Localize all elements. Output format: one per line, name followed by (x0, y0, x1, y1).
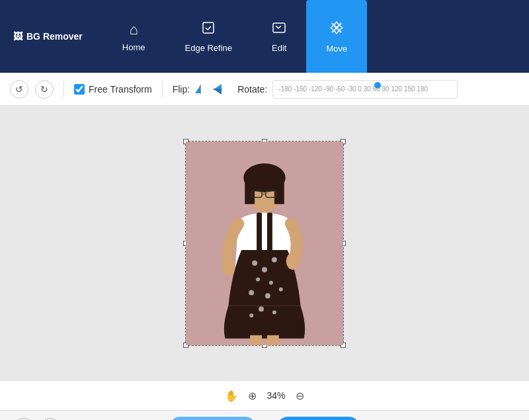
rotate-label: Rotate: (237, 84, 267, 95)
svg-point-29 (286, 252, 300, 269)
free-transform-container: Free Transform (74, 84, 152, 95)
svg-point-26 (272, 310, 276, 314)
new-image-button[interactable]: New Image (169, 417, 257, 420)
svg-point-17 (252, 260, 257, 265)
zoom-in-button[interactable]: ⊕ (248, 390, 257, 402)
zoom-in-icon: ⊕ (248, 390, 257, 401)
zoom-out-icon: ⊖ (296, 390, 304, 401)
app-title-text: BG Remover (26, 31, 83, 42)
svg-point-21 (269, 280, 273, 284)
flip-section: Flip: (173, 83, 224, 96)
bottom-toolbar: ✋ ⊕ 34% ⊖ (0, 380, 529, 410)
tab-move[interactable]: Move (306, 0, 367, 73)
divider-1 (63, 81, 64, 97)
svg-point-28 (222, 259, 235, 276)
zoom-out-button[interactable]: ⊖ (296, 390, 304, 402)
zoom-level: 34% (266, 390, 285, 401)
rotate-scale-marks: -180 -150 -120 -90 -60 -30 0 30 60 90 12… (278, 85, 428, 93)
tab-move-label: Move (326, 44, 347, 54)
flip-label: Flip: (173, 84, 190, 95)
flip-horizontal-button[interactable] (194, 83, 207, 96)
app-icon: 🖼 (13, 31, 22, 42)
person-svg (186, 142, 343, 345)
image-content (186, 142, 343, 345)
home-icon: ⌂ (130, 21, 138, 38)
svg-rect-31 (267, 335, 279, 345)
flip-horizontal-icon (194, 83, 207, 96)
tab-edge-refine-label: Edge Refine (185, 43, 233, 53)
free-transform-label: Free Transform (89, 84, 152, 95)
flip-vertical-icon (211, 83, 224, 96)
download-arrow (456, 417, 489, 420)
tab-edit-label: Edit (272, 43, 286, 53)
svg-point-18 (262, 267, 267, 272)
edit-icon (272, 21, 286, 39)
footer: ‹ › New Image Download (0, 410, 529, 420)
svg-rect-16 (267, 212, 272, 252)
arrow-icon (456, 417, 489, 420)
download-button[interactable]: Download (276, 417, 360, 420)
svg-point-19 (272, 257, 277, 262)
hand-icon: ✋ (225, 390, 238, 401)
flip-vertical-button[interactable] (211, 83, 224, 96)
svg-point-23 (265, 293, 270, 298)
divider-2 (162, 81, 163, 97)
header: 🖼 BG Remover ⌂ Home Edge Refine (0, 0, 529, 73)
undo-icon: ↺ (15, 84, 23, 95)
move-icon (329, 20, 345, 40)
free-transform-checkbox[interactable] (74, 84, 85, 95)
rotate-section: Rotate: -180 -150 -120 -90 -60 -30 0 30 … (237, 80, 458, 99)
tab-edit[interactable]: Edit (252, 0, 306, 73)
hand-tool-button[interactable]: ✋ (225, 390, 238, 402)
rotate-indicator (374, 82, 381, 89)
tab-home[interactable]: ⌂ Home (102, 0, 165, 73)
svg-point-20 (256, 277, 260, 281)
toolbar: ↺ ↻ Free Transform Flip: Rotate: -180 (0, 73, 529, 106)
svg-marker-5 (214, 89, 222, 95)
svg-rect-30 (250, 335, 262, 345)
svg-point-24 (279, 287, 283, 291)
svg-marker-2 (195, 85, 200, 93)
nav-tabs: ⌂ Home Edge Refine Edit (102, 0, 367, 73)
image-frame[interactable] (185, 141, 344, 346)
svg-point-22 (249, 290, 254, 295)
redo-icon: ↻ (40, 84, 48, 95)
redo-button[interactable]: ↻ (35, 80, 54, 99)
svg-point-25 (259, 306, 264, 312)
svg-rect-0 (203, 22, 214, 33)
canvas-area (0, 106, 529, 380)
tab-edge-refine[interactable]: Edge Refine (165, 0, 253, 73)
svg-marker-4 (214, 84, 222, 89)
undo-button[interactable]: ↺ (10, 80, 28, 99)
rotate-scale[interactable]: -180 -150 -120 -90 -60 -30 0 30 60 90 12… (272, 80, 458, 99)
svg-point-27 (249, 314, 253, 317)
app-title: 🖼 BG Remover (13, 31, 83, 42)
svg-rect-15 (257, 212, 262, 252)
tab-home-label: Home (122, 42, 145, 52)
edge-refine-icon (201, 21, 216, 39)
